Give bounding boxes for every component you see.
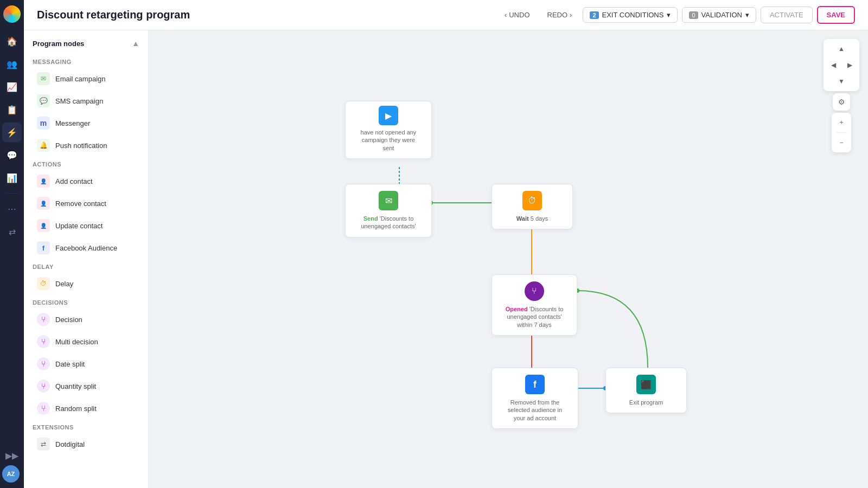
exit-conditions-chevron-icon: ▾ [667, 11, 671, 19]
decision-node[interactable]: ⑂ Opened 'Discounts to unengaged contact… [492, 274, 577, 336]
sidebar-collapse-button[interactable]: ▲ [132, 39, 139, 48]
multi-decision-label: Multi decision [55, 338, 98, 346]
validation-chevron-icon: ▾ [745, 11, 749, 19]
exit-program-node[interactable]: ⬛ Exit program [605, 368, 687, 413]
canvas-nav-group: ▲ ◀ ▶ ▼ [824, 39, 859, 91]
decision-label-node: Opened 'Discounts to unengaged contacts'… [502, 305, 567, 329]
canvas-down-button[interactable]: ▼ [834, 74, 849, 89]
sidebar-item-add-contact[interactable]: 👤 Add contact [28, 170, 144, 192]
remove-contact-label: Remove contact [55, 200, 106, 208]
nav-expand-icon[interactable]: ▶▶ [2, 446, 22, 465]
nav-home-icon[interactable]: 🏠 [2, 31, 22, 51]
nav-integration-icon[interactable]: ⇄ [2, 222, 22, 241]
trigger-label: have not opened any campaign they were s… [356, 129, 421, 152]
sidebar-item-decision[interactable]: ⑂ Decision [28, 309, 144, 330]
nav-analytics-icon[interactable]: 📈 [2, 77, 22, 97]
nav-bottom: ▶▶ AZ [2, 446, 22, 483]
sidebar-item-push-notification[interactable]: 🔔 Push notification [28, 134, 144, 156]
quantity-split-icon: ⑂ [37, 380, 50, 393]
sidebar-item-messenger[interactable]: m Messenger [28, 112, 144, 134]
sidebar-item-email-campaign[interactable]: ✉ Email campaign [28, 68, 144, 89]
quantity-split-label: Quantity split [55, 382, 96, 390]
sidebar-title: Program nodes [33, 40, 84, 48]
sms-icon: 💬 [37, 94, 50, 107]
sidebar-item-sms-campaign[interactable]: 💬 SMS campaign [28, 90, 144, 112]
nav-reports-icon[interactable]: 📊 [2, 168, 22, 188]
workflow-canvas[interactable]: ▶ have not opened any campaign they were… [149, 30, 868, 488]
body-area: Program nodes ▲ Messaging ✉ Email campai… [24, 30, 868, 488]
delay-section-title: Delay [24, 259, 148, 272]
canvas-up-button[interactable]: ▲ [834, 41, 849, 56]
app-logo[interactable] [3, 5, 21, 23]
program-nodes-sidebar: Program nodes ▲ Messaging ✉ Email campai… [24, 30, 149, 488]
save-button[interactable]: SAVE [817, 6, 855, 24]
activate-button[interactable]: ACTIVATE [761, 7, 813, 23]
delay-label: Delay [55, 280, 73, 288]
canvas-zoom-group: + − [832, 113, 851, 152]
undo-button[interactable]: ‹ UNDO [498, 8, 537, 22]
actions-section-title: Actions [24, 157, 148, 170]
redo-chevron-icon: › [570, 11, 572, 19]
top-bar: Discount retargeting program ‹ UNDO REDO… [24, 0, 868, 30]
trigger-node[interactable]: ▶ have not opened any campaign they were… [345, 101, 432, 159]
exit-program-label: Exit program [629, 399, 663, 406]
messenger-label: Messenger [55, 119, 90, 127]
decision-label: Decision [55, 316, 82, 324]
delay-icon: ⏱ [37, 277, 50, 290]
update-contact-label: Update contact [55, 222, 103, 230]
canvas-zoom-in-button[interactable]: + [834, 115, 849, 130]
page-title: Discount retargeting program [37, 9, 489, 21]
exit-conditions-button[interactable]: 2 EXIT CONDITIONS ▾ [583, 7, 678, 23]
exit-program-icon: ⬛ [636, 375, 656, 394]
sidebar-item-dotdigital[interactable]: ⇄ Dotdigital [28, 433, 144, 455]
sidebar-item-date-split[interactable]: ⑂ Date split [28, 353, 144, 375]
send-email-node[interactable]: ✉ Send 'Discounts to unengaged contacts' [345, 184, 432, 237]
multi-decision-icon: ⑂ [37, 335, 50, 348]
nav-avatar[interactable]: AZ [2, 465, 20, 483]
zoom-separator [836, 132, 847, 133]
validation-button[interactable]: 0 VALIDATION ▾ [682, 7, 756, 23]
canvas-right-button[interactable]: ▶ [842, 57, 857, 73]
wait-node[interactable]: ⏱ Wait 5 days [492, 184, 573, 229]
sidebar-item-update-contact[interactable]: 👤 Update contact [28, 215, 144, 236]
canvas-zoom-out-button[interactable]: − [834, 135, 849, 150]
wait-label: Wait 5 days [516, 215, 548, 222]
canvas-left-button[interactable]: ◀ [826, 57, 841, 73]
sidebar-header: Program nodes ▲ [24, 37, 148, 54]
random-split-label: Random split [55, 404, 97, 413]
add-contact-label: Add contact [55, 177, 93, 185]
facebook-remove-label: Removed from the selected audience in yo… [502, 399, 567, 422]
sidebar-item-random-split[interactable]: ⑂ Random split [28, 397, 144, 419]
random-split-icon: ⑂ [37, 402, 50, 415]
nav-dots-icon[interactable]: ⋯ [2, 199, 22, 219]
decision-icon: ⑂ [37, 313, 50, 326]
sms-campaign-label: SMS campaign [55, 97, 103, 105]
email-icon: ✉ [37, 72, 50, 85]
facebook-remove-node[interactable]: f Removed from the selected audience in … [492, 368, 578, 429]
nav-campaigns-icon[interactable]: 📋 [2, 100, 22, 119]
push-notification-label: Push notification [55, 142, 107, 150]
update-contact-icon: 👤 [37, 219, 50, 232]
sidebar-item-facebook-audience[interactable]: f Facebook Audience [28, 237, 144, 259]
dotdigital-label: Dotdigital [55, 440, 85, 448]
extensions-section-title: Extensions [24, 420, 148, 433]
facebook-icon: f [37, 241, 50, 254]
main-content: Discount retargeting program ‹ UNDO REDO… [24, 0, 868, 488]
send-email-icon: ✉ [379, 191, 398, 210]
nav-messages-icon[interactable]: 💬 [2, 145, 22, 165]
sidebar-item-quantity-split[interactable]: ⑂ Quantity split [28, 375, 144, 397]
canvas-settings-button[interactable]: ⚙ [833, 93, 850, 111]
add-contact-icon: 👤 [37, 175, 50, 188]
nav-contacts-icon[interactable]: 👥 [2, 54, 22, 74]
sidebar-item-delay[interactable]: ⏱ Delay [28, 273, 144, 294]
facebook-audience-label: Facebook Audience [55, 244, 117, 252]
date-split-label: Date split [55, 360, 85, 368]
remove-contact-icon: 👤 [37, 197, 50, 210]
trigger-icon: ▶ [379, 106, 398, 125]
toolbar-actions: ‹ UNDO REDO › 2 EXIT CONDITIONS ▾ 0 VALI… [498, 6, 855, 24]
decisions-section-title: Decisions [24, 295, 148, 308]
sidebar-item-remove-contact[interactable]: 👤 Remove contact [28, 192, 144, 214]
sidebar-item-multi-decision[interactable]: ⑂ Multi decision [28, 331, 144, 352]
redo-button[interactable]: REDO › [541, 8, 579, 22]
nav-automation-icon[interactable]: ⚡ [2, 123, 22, 142]
